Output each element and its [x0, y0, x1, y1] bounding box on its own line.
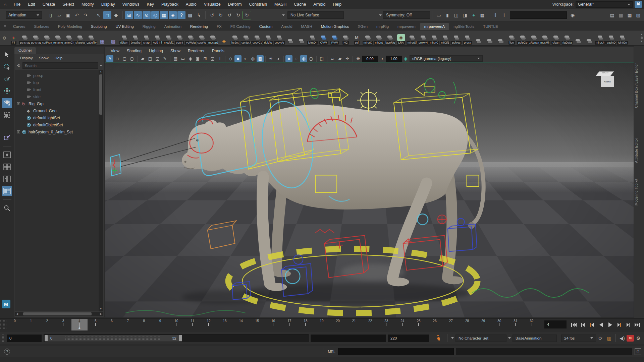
shelf-button[interactable]: jointOr [307, 31, 318, 45]
timeline-frame-cell[interactable]: 19 19 [314, 319, 330, 330]
shelf-menu-icon[interactable]: ≡ [1, 23, 9, 29]
bookmark-icon[interactable]: ▢ [128, 55, 136, 62]
history-toggle-button[interactable]: ↻ [234, 11, 242, 19]
layout-four-pane[interactable] [2, 162, 12, 172]
menu-item[interactable]: Key [143, 2, 158, 7]
live-surface-field[interactable]: No Live Surface [287, 11, 344, 19]
scroll-right-icon[interactable]: ▶ [99, 312, 103, 315]
playblast-icon[interactable]: ▥ [605, 334, 613, 342]
command-language-toggle[interactable]: MEL [325, 350, 338, 354]
shelf-button[interactable]: animCh [63, 31, 74, 45]
timeline-frame-cell[interactable]: 23 23 [378, 319, 394, 330]
output-connections-button[interactable]: ↻ [217, 11, 225, 19]
expand-toggle[interactable] [22, 95, 25, 98]
search-input[interactable] [22, 62, 98, 69]
menu-item[interactable]: Windows [119, 2, 143, 7]
shelf-button[interactable] [218, 31, 229, 45]
step-forward-key-button[interactable] [615, 321, 623, 329]
expand-toggle[interactable] [22, 123, 25, 126]
open-scene-button[interactable]: ▱ [55, 11, 63, 19]
pause-viewport-button[interactable]: ‖ [491, 11, 499, 19]
timeline-frame-cell[interactable]: 25 25 [411, 319, 427, 330]
shelf-button[interactable]: Add Inf [152, 31, 163, 45]
gamma-field[interactable]: 1.00 [386, 56, 402, 62]
shelf-button[interactable]: shareW [74, 31, 86, 45]
snap-help-button[interactable]: ? [177, 11, 185, 19]
timeline-frame-cell[interactable]: 6 6 [104, 319, 120, 330]
menu-item[interactable]: Display [98, 2, 119, 7]
shelf-button[interactable]: pa-snap [19, 31, 30, 45]
timeline-frame-cell[interactable]: 22 22 [362, 319, 378, 330]
shelf-button[interactable]: count [174, 31, 185, 45]
snap-curve-button[interactable]: ∿ [134, 11, 142, 19]
timeline-frame-cell[interactable]: 18 18 [298, 319, 314, 330]
menu-item[interactable]: Help [329, 2, 345, 7]
outliner-item[interactable]: + hairSystem_0_Anim_Set [15, 128, 103, 135]
quick-selection-field[interactable] [510, 11, 567, 19]
timeline-frame-cell[interactable]: 16 16 [265, 319, 281, 330]
outliner-tab[interactable]: Outliner [14, 47, 36, 54]
shelf-button[interactable]: cutProx [41, 31, 52, 45]
range-end-handle[interactable] [179, 335, 182, 341]
select-camera-icon[interactable]: A [106, 55, 113, 62]
outliner-item[interactable]: persp [15, 72, 103, 79]
animation-preferences-icon[interactable]: ⚙ [634, 334, 643, 342]
shelf-button[interactable] [573, 31, 584, 45]
range-slider[interactable]: 0 32 [44, 334, 309, 342]
go-to-start-button[interactable] [570, 321, 578, 329]
view-cube-front-face[interactable]: RIGHT [601, 76, 614, 87]
default-material-icon[interactable]: ☀ [267, 55, 274, 62]
animation-end-field[interactable]: 220 [388, 335, 429, 342]
playback-end-field[interactable] [311, 335, 386, 342]
outliner-vertical-scrollbar[interactable]: ▲ ▼ [99, 70, 103, 311]
shelf-tab[interactable]: mrpaweenA [420, 23, 449, 30]
auto-keyframe-icon[interactable]: ⊕ [627, 335, 634, 342]
menu-item[interactable]: Create [39, 2, 59, 7]
add-character-icon[interactable] [436, 335, 442, 342]
render-settings-button[interactable]: ◨ [461, 11, 469, 19]
xray-icon[interactable]: ▱ [329, 55, 336, 62]
shelf-button[interactable]: CVW [318, 31, 329, 45]
shelf-button[interactable]: mirJnt [373, 31, 384, 45]
timeline-frame-cell[interactable]: 15 15 [249, 319, 265, 330]
shelf-tab[interactable]: Surfaces [30, 23, 53, 30]
shelf-tab[interactable]: mrpRig [372, 23, 393, 30]
drag-handle[interactable] [2, 334, 4, 342]
shelf-button[interactable]: jointOn [617, 31, 628, 45]
chevron-down-icon[interactable] [379, 14, 382, 16]
expand-toggle[interactable]: + [17, 130, 20, 133]
viewport-menu-item[interactable]: Renderer [184, 49, 208, 53]
menu-item[interactable]: Playback [158, 2, 182, 7]
symmetry-field[interactable]: Symmetry: Off [383, 11, 430, 19]
scroll-up-icon[interactable]: ▲ [100, 70, 102, 74]
new-scene-button[interactable]: ▯ [47, 11, 55, 19]
anti-aliasing-icon[interactable]: ◎ [300, 55, 307, 62]
timeline-frame-cell[interactable]: 21 21 [346, 319, 362, 330]
command-input[interactable] [338, 348, 454, 355]
chevron-down-icon[interactable] [282, 14, 285, 16]
shelf-tab[interactable]: mrpaween [393, 23, 420, 30]
shadows-icon[interactable]: ▩ [257, 55, 264, 62]
shelf-button[interactable]: snap [141, 31, 152, 45]
shelf-button[interactable] [285, 31, 296, 45]
outliner-item[interactable]: defaultLightSet [15, 114, 103, 121]
shelf-button[interactable]: vacinD [606, 31, 617, 45]
make-live-button[interactable]: ◈ [169, 11, 177, 19]
wireframe-icon[interactable]: ◇ [227, 55, 234, 62]
exposure-field[interactable]: 0.00 [362, 56, 378, 62]
menu-item[interactable]: Cache [290, 2, 310, 7]
view-cube-top-face[interactable]: RIGHT [596, 71, 614, 76]
scroll-thumb[interactable] [641, 37, 643, 39]
shelf-button[interactable]: mirorJr [595, 31, 606, 45]
search-icon[interactable]: ◉ [569, 11, 577, 19]
paint-select-tool[interactable] [2, 74, 12, 84]
greasepencil-icon[interactable]: ✎ [161, 55, 168, 62]
mute-audio-icon[interactable]: ◀) [618, 334, 627, 342]
paint-effects-button[interactable]: ▦ [478, 11, 486, 19]
character-set-select[interactable]: No Character Set [455, 335, 506, 342]
chevron-icon[interactable] [451, 337, 454, 339]
shelf-button[interactable] [296, 31, 307, 45]
snap-grid-button[interactable]: ⊞ [125, 11, 133, 19]
shelf-button[interactable]: mocap1 [207, 31, 218, 45]
shelf-tab[interactable]: Motion Graphics [317, 23, 354, 30]
